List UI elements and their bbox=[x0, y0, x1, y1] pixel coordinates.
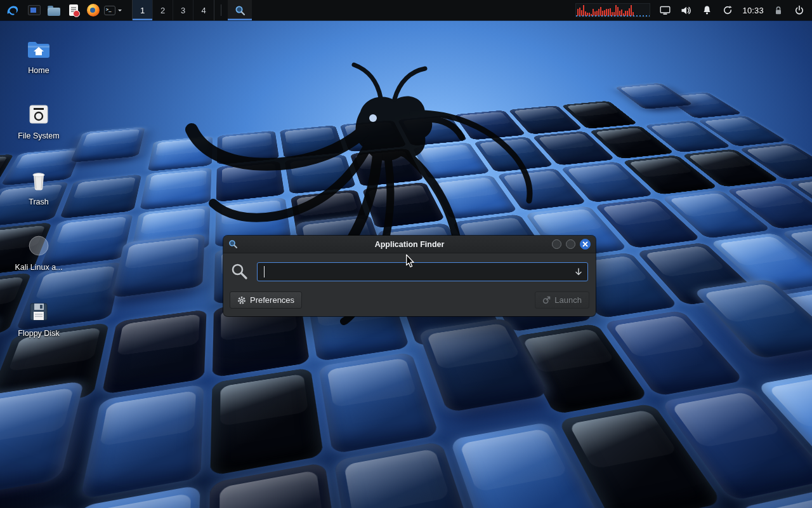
cpu-bar bbox=[604, 10, 605, 16]
home-folder-icon bbox=[26, 36, 51, 62]
wallpaper-cube bbox=[211, 368, 324, 476]
workspace-1[interactable]: 1 bbox=[133, 0, 153, 20]
application-finder-icon bbox=[228, 239, 238, 249]
launcher-firefox[interactable] bbox=[84, 1, 102, 19]
wallpaper-cube bbox=[318, 352, 438, 454]
launcher-file-manager[interactable] bbox=[45, 1, 63, 19]
clock[interactable]: 10:33 bbox=[742, 6, 764, 15]
desktop-icon-label: Floppy Disk bbox=[18, 329, 59, 338]
wallpaper-cube bbox=[216, 161, 285, 202]
cpu-bar bbox=[625, 11, 626, 16]
volume-icon[interactable] bbox=[679, 3, 692, 18]
updates-icon[interactable] bbox=[721, 3, 734, 18]
launcher-text-editor[interactable] bbox=[65, 1, 82, 19]
desktop-icon-label: File System bbox=[18, 131, 59, 140]
cpu-bar bbox=[627, 11, 628, 16]
desktop-icon-label: Kali Linux a... bbox=[15, 263, 62, 272]
cpu-bar bbox=[631, 5, 632, 16]
desktop-icon-label: Home bbox=[28, 66, 49, 75]
close-icon bbox=[582, 241, 588, 247]
window-titlebar[interactable]: Application Finder bbox=[223, 236, 596, 253]
desktop-icon-trash[interactable]: Trash bbox=[10, 167, 67, 206]
power-icon[interactable] bbox=[793, 3, 806, 18]
document-icon bbox=[69, 4, 78, 16]
kali-linux-icon bbox=[27, 232, 51, 259]
minimize-button[interactable] bbox=[552, 239, 561, 249]
cpu-bar bbox=[606, 9, 607, 16]
desktop-icon-floppy-disk[interactable]: Floppy Disk bbox=[10, 298, 67, 338]
desktop-icon-file-system[interactable]: File System bbox=[10, 101, 67, 140]
application-finder-taskbar-icon bbox=[235, 5, 246, 16]
wallpaper-cube bbox=[284, 154, 355, 194]
cpu-bar bbox=[598, 9, 599, 16]
wallpaper-cube bbox=[0, 381, 84, 502]
search-input[interactable] bbox=[257, 262, 588, 281]
wallpaper-cube bbox=[417, 318, 549, 413]
window-title: Application Finder bbox=[223, 240, 596, 249]
finder-body bbox=[223, 253, 596, 286]
text-caret bbox=[264, 266, 265, 277]
kali-menu-icon bbox=[5, 3, 19, 17]
cpu-bar bbox=[615, 5, 617, 16]
wallpaper-cube bbox=[70, 127, 145, 163]
wallpaper-cube bbox=[362, 182, 445, 229]
cpu-bar bbox=[632, 12, 634, 16]
launch-icon bbox=[542, 296, 551, 304]
chevron-down-icon bbox=[118, 10, 122, 13]
workspace-2[interactable]: 2 bbox=[153, 0, 173, 20]
desktop-icon-column: Home File System Trash Kali Linux a... F… bbox=[10, 36, 67, 338]
launch-label: Launch bbox=[554, 295, 582, 305]
close-button[interactable] bbox=[580, 239, 591, 250]
finder-action-bar: Preferences Launch bbox=[223, 286, 596, 316]
cpu-bar bbox=[623, 13, 624, 16]
top-panel: 1 2 3 4 10:33 bbox=[0, 0, 812, 20]
panel-separator bbox=[221, 4, 221, 16]
launcher-terminal[interactable] bbox=[104, 1, 122, 19]
firefox-icon bbox=[87, 4, 100, 17]
window-app-icon bbox=[28, 5, 41, 15]
cpu-bar bbox=[594, 11, 596, 16]
cpu-bar bbox=[596, 11, 598, 16]
preferences-label: Preferences bbox=[250, 295, 294, 305]
terminal-icon bbox=[104, 6, 115, 15]
panel-right-cluster: 10:33 bbox=[575, 0, 812, 20]
quick-launchers bbox=[25, 1, 122, 19]
application-finder-window: Application Finder Preferences bbox=[223, 236, 596, 316]
cpu-graph[interactable] bbox=[575, 3, 650, 17]
wallpaper-cube bbox=[350, 149, 424, 187]
cpu-bar bbox=[602, 11, 603, 16]
cpu-bar bbox=[587, 13, 588, 16]
floppy-disk-icon bbox=[27, 298, 51, 325]
display-icon[interactable] bbox=[658, 3, 671, 18]
wallpaper-cube bbox=[80, 384, 204, 499]
cpu-bar bbox=[619, 11, 620, 16]
workspace-4[interactable]: 4 bbox=[193, 0, 214, 20]
cpu-bar bbox=[579, 8, 580, 16]
launcher-window[interactable] bbox=[25, 1, 43, 19]
wallpaper-cube bbox=[102, 309, 207, 395]
workspace-switcher: 1 2 3 4 bbox=[132, 0, 214, 20]
launch-button[interactable]: Launch bbox=[535, 291, 589, 309]
cpu-bar bbox=[583, 5, 584, 16]
notifications-bell-icon[interactable] bbox=[700, 3, 713, 18]
cpu-bar bbox=[621, 10, 622, 16]
cpu-bar bbox=[610, 8, 611, 16]
cpu-bar bbox=[612, 12, 613, 16]
file-system-drive-icon bbox=[27, 101, 51, 128]
taskbar-application-finder[interactable] bbox=[228, 0, 252, 20]
folder-icon bbox=[48, 8, 60, 16]
cpu-bar bbox=[589, 13, 590, 16]
workspace-3[interactable]: 3 bbox=[173, 0, 193, 20]
preferences-button[interactable]: Preferences bbox=[230, 291, 302, 309]
desktop-icon-kali-linux[interactable]: Kali Linux a... bbox=[10, 232, 67, 272]
panel-left-cluster: 1 2 3 4 bbox=[0, 0, 252, 20]
dropdown-arrow-icon[interactable] bbox=[574, 267, 583, 276]
wallpaper-cube bbox=[603, 311, 744, 396]
applications-menu-button[interactable] bbox=[0, 0, 24, 20]
desktop-icon-home[interactable]: Home bbox=[10, 36, 67, 75]
trash-icon bbox=[27, 167, 51, 194]
keyring-lock-icon[interactable] bbox=[772, 3, 785, 18]
maximize-button[interactable] bbox=[566, 239, 575, 249]
wallpaper-cube bbox=[140, 168, 212, 210]
cpu-bar bbox=[600, 7, 601, 16]
